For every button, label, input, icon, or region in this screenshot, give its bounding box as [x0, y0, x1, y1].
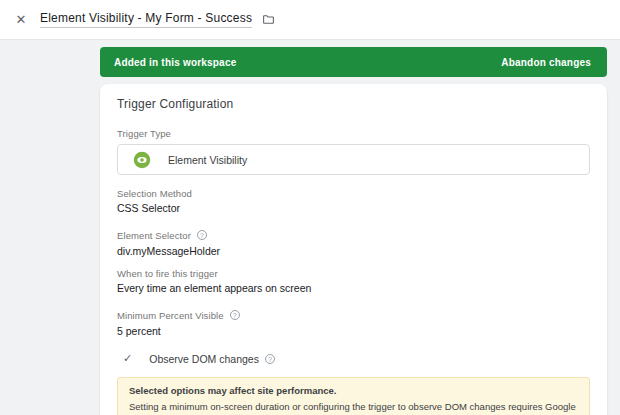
when-to-fire-label: When to fire this trigger: [117, 268, 590, 279]
check-icon: ✓: [123, 352, 132, 365]
observe-dom-changes-checkbox[interactable]: ✓ Observe DOM changes ?: [117, 352, 590, 365]
selection-method-label: Selection Method: [117, 188, 590, 199]
field-when-to-fire: When to fire this trigger Every time an …: [117, 268, 590, 294]
minimum-percent-visible-value: 5 percent: [117, 325, 590, 337]
observe-dom-changes-label: Observe DOM changes: [149, 353, 259, 365]
warning-title: Selected options may affect site perform…: [129, 385, 578, 396]
trigger-type-label: Trigger Type: [117, 128, 590, 139]
eye-icon: [133, 151, 151, 169]
minimum-percent-visible-label: Minimum Percent Visible: [117, 310, 224, 321]
abandon-changes-button[interactable]: Abandon changes: [499, 53, 593, 72]
content-area: Added in this workspace Abandon changes …: [0, 40, 620, 415]
field-minimum-percent-visible: Minimum Percent Visible? 5 percent: [117, 305, 590, 338]
folder-icon[interactable]: [262, 13, 275, 26]
gtm-trigger-editor: ✕ Element Visibility - My Form - Success…: [0, 0, 620, 415]
element-selector-label: Element Selector: [117, 230, 191, 241]
element-selector-value: div.myMessageHolder: [117, 245, 590, 257]
selection-method-value: CSS Selector: [117, 202, 590, 214]
topbar: ✕ Element Visibility - My Form - Success: [0, 0, 620, 40]
trigger-name-title[interactable]: Element Visibility - My Form - Success: [40, 11, 252, 28]
help-icon[interactable]: ?: [197, 230, 207, 240]
field-element-selector: Element Selector? div.myMessageHolder: [117, 225, 590, 258]
when-to-fire-value: Every time an element appears on screen: [117, 282, 590, 294]
close-icon[interactable]: ✕: [13, 12, 29, 28]
warning-body: Setting a minimum on-screen duration or …: [129, 399, 578, 415]
field-selection-method: Selection Method CSS Selector: [117, 188, 590, 214]
performance-warning: Selected options may affect site perform…: [117, 377, 590, 415]
trigger-type-value: Element Visibility: [168, 154, 247, 166]
trigger-configuration-card: Trigger Configuration Trigger Type Eleme…: [100, 84, 607, 415]
card-title: Trigger Configuration: [117, 97, 590, 111]
help-icon[interactable]: ?: [265, 354, 275, 364]
trigger-type-row[interactable]: Element Visibility: [117, 144, 590, 175]
workspace-status-banner: Added in this workspace Abandon changes: [100, 47, 607, 77]
banner-status-text: Added in this workspace: [114, 57, 236, 68]
help-icon[interactable]: ?: [230, 310, 240, 320]
